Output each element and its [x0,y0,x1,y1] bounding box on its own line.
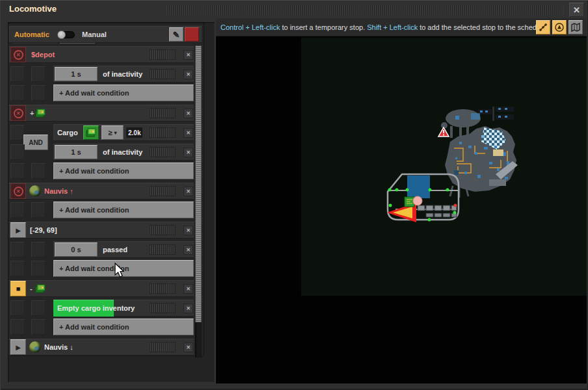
tan-building [493,150,503,156]
delete-stop-button[interactable]: ✕ [183,109,193,118]
and-or-toggle-button[interactable]: AND [23,135,48,150]
comparator-dropdown[interactable]: ≥▾ [101,125,124,140]
train-map-view[interactable] [216,36,587,384]
delete-stop-button[interactable]: ✕ [183,226,193,235]
center-on-train-button[interactable] [552,20,567,34]
delete-condition-button[interactable]: ✕ [183,148,193,157]
play-icon: ▶ [16,344,21,351]
map-icon [570,22,581,32]
drag-handle[interactable] [150,283,176,294]
stop-name-prefix: - [30,280,33,297]
window-drag-handle[interactable] [167,5,563,15]
wait-condition-row: Empty cargo inventory ✕ [53,300,194,317]
time-value-button[interactable]: 0 s [55,242,98,257]
drag-handle[interactable] [150,69,176,79]
condition-slot [10,66,25,82]
time-value-button[interactable]: 1 s [55,145,98,159]
stop-name: $depot [31,46,55,63]
stop-name: Nauvis ↓ [44,339,74,356]
green-circuit-icon [35,283,46,296]
condition-slot [10,144,25,160]
schedule-stop-row[interactable]: ✕ $depot ✕ [9,46,194,63]
drag-handle[interactable] [150,225,176,235]
locator-target-icon [554,22,565,32]
open-in-map-view-button[interactable] [568,20,583,34]
green-circuit-icon [86,127,96,138]
drag-handle[interactable] [150,49,176,60]
delete-stop-button[interactable]: ✕ [183,50,193,60]
go-to-stop-button[interactable]: ▶ [10,222,26,238]
nauvis-planet-icon [29,341,41,353]
chevron-down-icon: ▾ [114,130,117,136]
delete-condition-button[interactable]: ✕ [183,245,193,255]
charted-region [301,38,587,296]
schedule-panel: Schedule Fuel Automatic Manual ✎ ✕ [8,22,215,382]
hint-text: to insert a temporary stop. [282,23,365,31]
condition-slot [10,125,25,140]
schedule-stop-row[interactable]: ■ - ✕ [9,280,194,297]
add-wait-condition-button[interactable]: + Add wait condition [53,202,194,218]
condition-slot [31,300,46,316]
schedule-stop-row[interactable]: ✕ Nauvis ↑ ✕ [9,183,194,200]
delete-condition-button[interactable]: ✕ [183,70,193,79]
mode-row: Automatic Manual ✎ [9,26,202,43]
delete-stop-button[interactable]: ✕ [183,187,193,196]
drag-handle[interactable] [150,108,176,118]
drag-handle[interactable] [150,244,176,255]
condition-slot [10,319,25,335]
time-value-button[interactable]: 1 s [55,67,98,81]
wait-condition-row: 1 s of inactivity ✕ [53,66,194,83]
condition-label: of inactivity [103,66,142,83]
hint-key-control: Control + Left-click [220,23,280,31]
green-circuit-icon [35,108,46,121]
drag-handle[interactable] [150,186,176,196]
station-disabled-icon[interactable]: ✕ [10,183,26,199]
add-wait-condition-button[interactable]: + Add wait condition [53,318,194,335]
schedule-scrollbar-thumb[interactable] [195,46,202,322]
condition-label: Cargo [57,124,78,141]
delete-stop-button[interactable]: ✕ [183,343,193,352]
condition-slot [10,300,25,316]
current-stop-icon[interactable]: ■ [10,281,26,296]
train-color-button[interactable] [185,27,199,42]
window-title: Locomotive [9,4,57,14]
station-disabled-icon[interactable]: ✕ [10,47,26,62]
schedule-scrollbar-track[interactable] [195,46,202,356]
add-wait-condition-button[interactable]: + Add wait condition [53,84,194,101]
drag-handle[interactable] [150,303,176,313]
delete-condition-button[interactable]: ✕ [183,128,193,138]
stop-name-prefix: + [30,105,34,122]
condition-slot [31,261,46,276]
rename-button[interactable]: ✎ [169,27,183,42]
show-train-path-button[interactable] [536,20,550,34]
delete-condition-button[interactable]: ✕ [183,304,193,313]
schedule-stop-row[interactable]: ▶ Nauvis ↓ ✕ [9,339,194,356]
hint-key-shift: Shift + Left-click [367,23,418,31]
station-tag[interactable] [405,196,422,207]
drag-handle[interactable] [150,147,176,157]
condition-label: passed [103,241,127,258]
close-button[interactable]: ✕ [569,3,584,17]
station-disabled-icon[interactable]: ✕ [10,105,26,121]
condition-label: Empty cargo inventory [57,300,135,317]
add-wait-condition-button[interactable]: + Add wait condition [53,260,194,277]
map-canvas [216,36,587,384]
condition-slot [31,242,46,257]
add-wait-condition-button[interactable]: + Add wait condition [53,162,194,179]
drag-handle[interactable] [150,127,176,138]
switch-knob [57,31,66,39]
drag-handle[interactable] [150,342,176,352]
condition-slot [31,319,46,335]
condition-label: of inactivity [103,144,142,161]
play-icon: ▶ [16,227,21,234]
schedule-stop-row[interactable]: ▶ [-29, 69] ✕ [9,222,194,239]
condition-slot [31,85,46,101]
condition-value[interactable]: 2.0k [126,127,142,138]
automatic-manual-switch[interactable] [57,31,75,38]
schedule-stop-row[interactable]: ✕ + ✕ [9,105,194,122]
cargo-item-button[interactable] [83,125,99,140]
condition-slot [10,85,25,101]
go-to-stop-button[interactable]: ▶ [10,339,26,355]
condition-slot [10,202,25,218]
delete-stop-button[interactable]: ✕ [183,284,193,294]
